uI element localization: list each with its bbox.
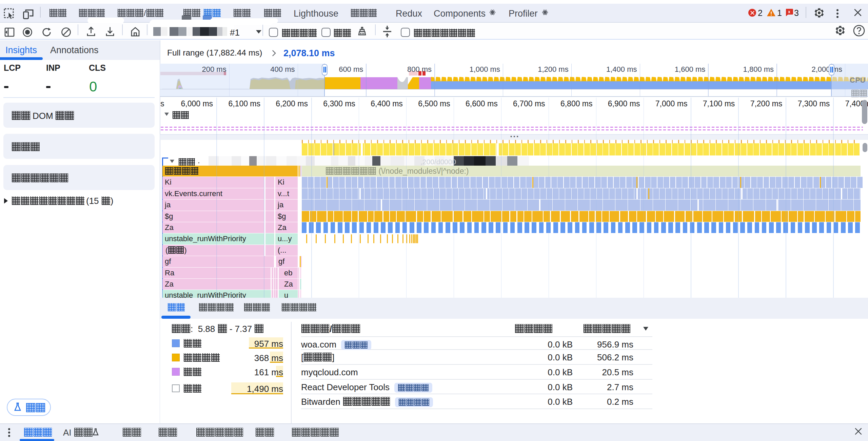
- svg-text:x: x: [788, 9, 790, 14]
